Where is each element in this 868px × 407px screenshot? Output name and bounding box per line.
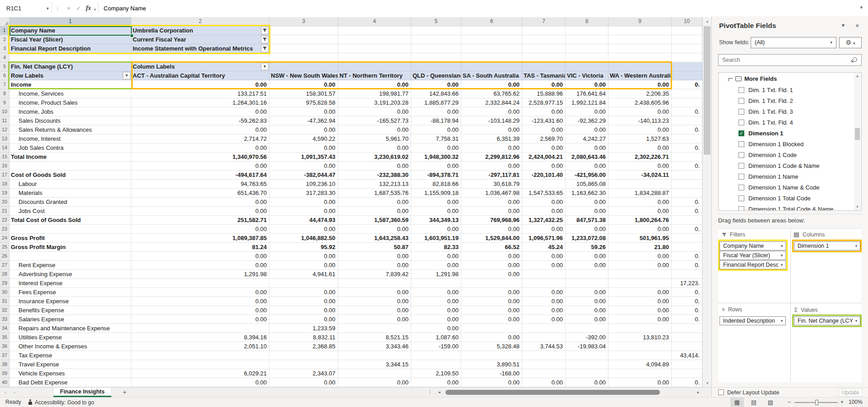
grid-cell[interactable]: 501,961.95 [608, 234, 672, 243]
grid-cell[interactable]: Travel Expense [9, 360, 131, 369]
show-fields-dropdown[interactable]: (All) ▾ [751, 37, 836, 48]
grid-cell[interactable]: 1,885,877.29 [411, 98, 461, 107]
grid-cell[interactable]: 0.00 [411, 107, 461, 116]
row-header[interactable]: 3 [0, 44, 9, 53]
grid-cell[interactable]: 45.24 [522, 243, 566, 252]
row-header[interactable]: 40 [0, 378, 9, 387]
grid-cell[interactable]: 2,109.50 [411, 369, 461, 378]
grid-cell[interactable]: 0.00 [461, 315, 522, 324]
grid-cell[interactable]: 1,340,970.56 [131, 153, 269, 162]
row-header[interactable]: 23 [0, 225, 9, 234]
grid-cell[interactable]: 0.00 [566, 252, 608, 261]
grid-cell[interactable]: -34,024.11 [608, 171, 672, 180]
grid-cell[interactable]: 82.33 [411, 243, 461, 252]
grid-cell[interactable] [9, 162, 131, 171]
grid-cell[interactable]: 81.24 [131, 243, 269, 252]
grid-cell[interactable]: 0.00 [411, 225, 461, 234]
field-checkbox[interactable]: ✓ [738, 130, 744, 136]
grid-cell[interactable]: 133,217.51 [131, 89, 269, 98]
grid-cell[interactable] [608, 324, 672, 333]
grid-cell[interactable]: 0.00 [608, 225, 672, 234]
grid-cell[interactable]: 0.00 [608, 378, 672, 387]
grid-cell[interactable] [672, 153, 702, 162]
grid-cell[interactable] [338, 324, 411, 333]
row-header[interactable]: 37 [0, 351, 9, 360]
row-header[interactable]: 26 [0, 252, 9, 261]
row-header[interactable]: 20 [0, 198, 9, 207]
grid-cell[interactable]: 0.00 [608, 143, 672, 153]
grid-cell[interactable] [522, 351, 566, 360]
grid-cell[interactable]: 2,528,977.15 [522, 98, 566, 107]
grid-cell[interactable]: 0. [672, 207, 702, 216]
grid-cell[interactable] [608, 26, 672, 35]
grid-cell[interactable] [672, 360, 702, 369]
grid-cell[interactable]: 0.00 [269, 107, 338, 116]
grid-cell[interactable]: 317,283.30 [269, 189, 338, 198]
grid-cell[interactable]: 0.00 [269, 378, 338, 387]
scrollbar-thumb[interactable] [446, 390, 660, 395]
column-labels-dropdown[interactable]: ▾ [261, 63, 269, 70]
grid-cell[interactable]: 0.00 [566, 378, 608, 387]
column-header[interactable]: 10 [672, 17, 702, 26]
grid-cell[interactable]: 0.00 [131, 107, 269, 116]
grid-cell[interactable]: SA - South Australia [461, 71, 522, 80]
grid-cell[interactable]: 0.00 [269, 225, 338, 234]
grid-cell[interactable] [522, 279, 566, 288]
grid-cell[interactable]: 0.00 [338, 306, 411, 315]
grid-cell[interactable]: 0.00 [338, 261, 411, 270]
grid-cell[interactable]: 1,643,258.43 [338, 234, 411, 243]
grid-cell[interactable]: 0.00 [461, 207, 522, 216]
scroll-down-icon[interactable]: ▾ [703, 379, 711, 387]
grid-cell[interactable]: 2,424,004.21 [522, 153, 566, 162]
grid-cell[interactable] [131, 53, 269, 62]
column-header[interactable]: 7 [522, 17, 566, 26]
grid-cell[interactable]: 0.00 [411, 297, 461, 306]
grid-cell[interactable]: 8,832.11 [269, 333, 338, 342]
grid-cell[interactable]: 66.52 [461, 243, 522, 252]
grid-cell[interactable]: 63,765.62 [461, 89, 522, 98]
grid-cell[interactable]: 0.00 [131, 297, 269, 306]
grid-cell[interactable]: 0.00 [566, 306, 608, 315]
grid-cell[interactable]: 15,888.96 [522, 89, 566, 98]
grid-cell[interactable]: 0. [672, 252, 702, 261]
grid-cell[interactable]: 0.00 [411, 288, 461, 297]
grid-cell[interactable] [672, 369, 702, 378]
pivot-field-pill[interactable]: Financial Report Descri...▾ [719, 260, 786, 269]
grid-cell[interactable] [608, 270, 672, 279]
chevron-down-icon[interactable]: ▾ [842, 22, 845, 28]
grid-cell[interactable]: 1,291.98 [131, 270, 269, 279]
grid-cell[interactable]: 5,328.48 [461, 342, 522, 351]
prev-sheet-icon[interactable]: ‹ [5, 389, 6, 396]
collapse-icon[interactable] [729, 78, 733, 81]
grid-cell[interactable]: Bad Debt Expense [9, 378, 131, 387]
field-item[interactable]: Dimension 1 Name & Code [719, 182, 861, 193]
grid-cell[interactable] [269, 26, 338, 35]
row-header[interactable]: 4 [0, 53, 9, 62]
grid-cell[interactable]: 0.00 [461, 107, 522, 116]
row-header[interactable]: 39 [0, 369, 9, 378]
grid-cell[interactable]: 21.80 [608, 243, 672, 252]
scroll-up-icon[interactable]: ▲ [854, 74, 861, 78]
grid-cell[interactable]: 3,191,203.28 [338, 98, 411, 107]
grid-cell[interactable]: Sales Returns & Allowances [9, 125, 131, 134]
update-button[interactable]: Update [838, 388, 863, 397]
grid-cell[interactable]: 0.00 [566, 261, 608, 270]
grid-cell[interactable] [672, 89, 702, 98]
row-header[interactable]: 31 [0, 297, 9, 306]
grid-cell[interactable]: NSW - New South Wales [269, 71, 338, 80]
grid-cell[interactable]: 0.00 [522, 297, 566, 306]
row-header[interactable]: 35 [0, 333, 9, 342]
grid-cell[interactable]: 0.00 [338, 125, 411, 134]
grid-cell[interactable] [338, 26, 411, 35]
page-layout-view-icon[interactable]: ▤ [747, 398, 761, 407]
grid-cell[interactable]: 0.00 [608, 198, 672, 207]
grid-cell[interactable]: -140,113.23 [608, 116, 672, 125]
row-header[interactable]: 9 [0, 98, 9, 107]
grid-cell[interactable]: -159.00 [411, 342, 461, 351]
grid-cell[interactable]: 0. [672, 378, 702, 387]
tools-gear-button[interactable]: ⚙ ▾ [839, 37, 862, 48]
grid-cell[interactable]: 95.92 [269, 243, 338, 252]
grid-cell[interactable]: 94,763.65 [131, 180, 269, 189]
grid-cell[interactable] [522, 62, 566, 71]
grid-cell[interactable]: 0.00 [608, 125, 672, 134]
